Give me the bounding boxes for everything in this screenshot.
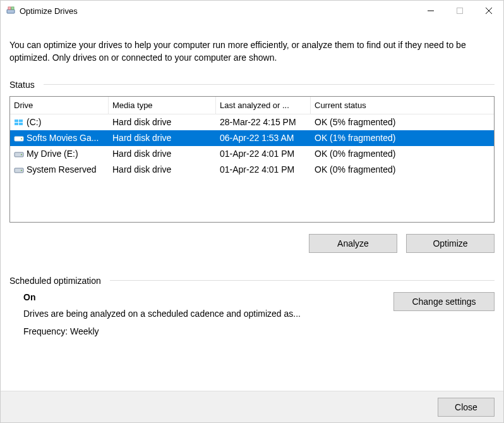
drive-last: 28-Mar-22 4:15 PM (216, 117, 311, 127)
drive-row[interactable]: (C:)Hard disk drive28-Mar-22 4:15 PMOK (… (10, 114, 494, 130)
svg-rect-8 (19, 120, 23, 122)
intro-text: You can optimize your drives to help you… (9, 39, 495, 64)
svg-rect-2 (11, 7, 14, 9)
svg-rect-1 (8, 7, 11, 9)
drive-name: Softs Movies Ga... (27, 133, 99, 143)
scheduled-state: On (23, 292, 393, 302)
action-row: Analyze Optimize (9, 234, 495, 253)
drive-media: Hard disk drive (109, 133, 216, 143)
drive-media: Hard disk drive (109, 117, 216, 127)
svg-rect-9 (15, 123, 18, 125)
drive-status: OK (1% fragmented) (311, 133, 494, 143)
svg-point-14 (21, 154, 22, 156)
drive-last: 06-Apr-22 1:53 AM (216, 133, 311, 143)
drive-icon (14, 134, 24, 142)
drive-media: Hard disk drive (109, 149, 216, 159)
svg-point-16 (21, 170, 22, 171)
list-header: Drive Media type Last analyzed or ... Cu… (10, 97, 494, 114)
drive-row[interactable]: My Drive (E:)Hard disk drive01-Apr-22 4:… (10, 146, 494, 162)
drive-status: OK (5% fragmented) (311, 117, 494, 127)
drive-icon (14, 166, 24, 173)
drive-last: 01-Apr-22 4:01 PM (216, 149, 311, 159)
drive-status: OK (0% fragmented) (311, 164, 494, 175)
drive-icon (14, 150, 24, 157)
drive-list-box: Drive Media type Last analyzed or ... Cu… (9, 96, 495, 223)
drive-row[interactable]: Softs Movies Ga...Hard disk drive06-Apr-… (10, 130, 494, 146)
col-header-media[interactable]: Media type (109, 97, 216, 114)
col-header-drive[interactable]: Drive (10, 97, 109, 114)
svg-point-12 (21, 138, 22, 140)
app-icon (6, 6, 16, 16)
scheduled-description: Drives are being analyzed on a scheduled… (23, 309, 393, 319)
drive-name: (C:) (27, 117, 41, 127)
svg-rect-4 (457, 8, 463, 14)
drive-name: My Drive (E:) (27, 149, 78, 159)
drive-icon (14, 118, 24, 126)
drive-name: System Reserved (27, 164, 96, 175)
bottom-bar: Close (1, 391, 503, 422)
drive-status: OK (0% fragmented) (311, 149, 494, 159)
status-section-header: Status (9, 80, 495, 90)
svg-rect-0 (7, 9, 15, 13)
drive-media: Hard disk drive (109, 164, 216, 175)
col-header-last[interactable]: Last analyzed or ... (216, 97, 311, 114)
close-window-button[interactable] (474, 1, 503, 21)
scheduled-heading: Scheduled optimization (9, 276, 101, 286)
title-bar: Optimize Drives (1, 1, 503, 21)
scheduled-body: On Drives are being analyzed on a schedu… (9, 292, 495, 336)
drive-last: 01-Apr-22 4:01 PM (216, 164, 311, 175)
svg-rect-10 (19, 123, 23, 125)
analyze-button[interactable]: Analyze (309, 234, 397, 253)
change-settings-button[interactable]: Change settings (393, 292, 495, 311)
drive-row[interactable]: System ReservedHard disk drive01-Apr-22 … (10, 162, 494, 178)
status-label: Status (9, 80, 35, 90)
scheduled-section-header: Scheduled optimization (9, 276, 495, 286)
svg-rect-7 (15, 120, 18, 122)
minimize-button[interactable] (416, 1, 445, 21)
col-header-status[interactable]: Current status (311, 97, 494, 114)
optimize-button[interactable]: Optimize (406, 234, 495, 253)
close-button[interactable]: Close (438, 398, 495, 417)
window-title: Optimize Drives (20, 6, 78, 16)
maximize-button (445, 1, 474, 21)
scheduled-frequency: Frequency: Weekly (23, 326, 393, 336)
